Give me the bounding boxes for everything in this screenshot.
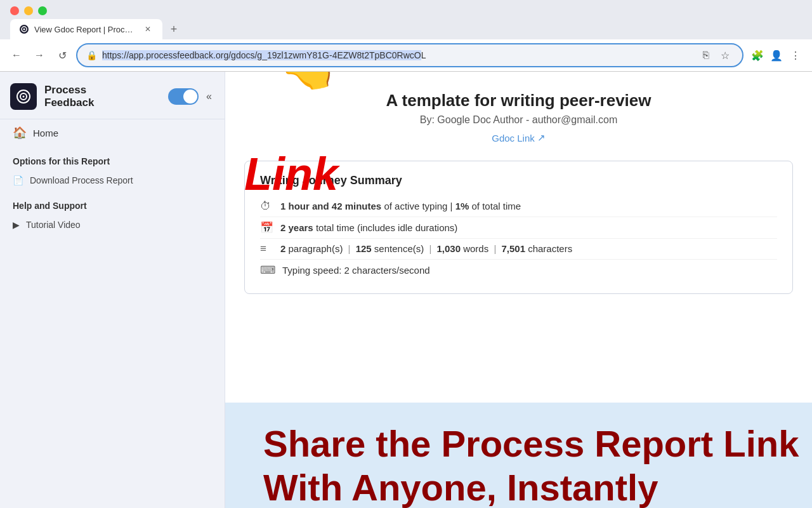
- content-wrapper: 👆 Link A template for writing peer-revie…: [225, 72, 812, 294]
- calendar-icon: 📅: [260, 221, 274, 234]
- gdoc-link[interactable]: Gdoc Link ↗: [492, 132, 546, 144]
- active-time-label: of active typing | 1% of total time: [384, 201, 521, 211]
- extensions-button[interactable]: 🧩: [749, 46, 766, 64]
- typing-speed-text: Typing speed: 2 characters/second: [282, 265, 430, 276]
- cast-button[interactable]: ⎘: [698, 47, 714, 64]
- promo-line2: With Anyone, Instantly: [263, 465, 812, 508]
- page-body: Process Feedback « 🏠 Home Options for th…: [0, 72, 812, 508]
- toolbar-actions: 🧩 👤 ⋮: [749, 46, 804, 64]
- sidebar-item-home[interactable]: 🏠 Home: [0, 119, 225, 146]
- total-time-label: total time (includes idle durations): [316, 222, 457, 233]
- tab-favicon: [19, 24, 29, 34]
- download-icon: 📄: [13, 175, 23, 185]
- profile-button[interactable]: 👤: [768, 46, 785, 64]
- text-lines-icon: ≡: [260, 243, 274, 255]
- home-icon: 🏠: [13, 126, 27, 140]
- url-text: https://app.processfeedback.org/gdocs/g_…: [102, 50, 693, 60]
- menu-button[interactable]: ⋮: [787, 46, 804, 64]
- promo-line1: Share the Process Report Link: [263, 422, 812, 466]
- svg-point-2: [23, 29, 25, 30]
- document-title: A template for writing peer-review: [251, 91, 787, 110]
- url-highlighted: https://app.processfeedback.org/gdocs/g_…: [102, 50, 421, 60]
- minimize-window-button[interactable]: [24, 6, 33, 15]
- tab-title: View Gdoc Report | Process F: [34, 25, 137, 34]
- promo-banner: Share the Process Report Link With Anyon…: [225, 403, 812, 508]
- sidebar-home-label: Home: [33, 128, 58, 138]
- options-section-title: Options for this Report: [0, 146, 225, 170]
- stat-row-counts: ≡ 2 paragraph(s) | 125 sentence(s) | 1,0…: [260, 239, 777, 260]
- svg-point-5: [23, 96, 25, 98]
- sidebar-item-download[interactable]: 📄 Download Process Report: [0, 170, 225, 190]
- document-header: A template for writing peer-review By: G…: [225, 72, 812, 154]
- theme-toggle[interactable]: [168, 88, 199, 105]
- url-rest: L: [421, 50, 426, 60]
- main-content: 👆 Link A template for writing peer-revie…: [225, 72, 812, 508]
- keyboard-icon: ⌨: [260, 264, 276, 277]
- maximize-window-button[interactable]: [38, 6, 47, 15]
- clock-icon: ⏱: [260, 200, 274, 213]
- sidebar-header: Process Feedback «: [0, 72, 225, 119]
- logo-text: Process Feedback: [44, 84, 94, 110]
- collapse-sidebar-button[interactable]: «: [204, 88, 214, 105]
- active-time-value: 1 hour and 42 minutes: [280, 201, 381, 211]
- back-button[interactable]: ←: [8, 46, 25, 64]
- logo-icon: [10, 83, 37, 110]
- document-author: By: Google Doc Author - author@gmail.com: [251, 114, 787, 126]
- bookmark-button[interactable]: ☆: [717, 47, 733, 64]
- forward-button[interactable]: →: [30, 46, 48, 64]
- browser-chrome: View Gdoc Report | Process F ✕ + ← → ↺ 🔒…: [0, 0, 812, 72]
- stat-row-speed: ⌨ Typing speed: 2 characters/second: [260, 260, 777, 281]
- toggle-knob: [183, 90, 197, 104]
- active-tab[interactable]: View Gdoc Report | Process F ✕: [10, 19, 162, 39]
- counts-text: 2 paragraph(s) | 125 sentence(s) | 1,030…: [280, 243, 572, 254]
- sidebar-download-label: Download Process Report: [30, 175, 133, 185]
- help-section-title: Help and Support: [0, 190, 225, 215]
- new-tab-button[interactable]: +: [165, 20, 183, 38]
- summary-card-title: Writing Journey Summary: [260, 174, 777, 187]
- stat-row-time: ⏱ 1 hour and 42 minutes of active typing…: [260, 196, 777, 217]
- traffic-lights: [0, 0, 812, 19]
- tutorial-icon: ▶: [13, 220, 20, 230]
- external-link-icon: ↗: [537, 132, 546, 144]
- address-bar[interactable]: 🔒 https://app.processfeedback.org/gdocs/…: [76, 43, 743, 67]
- summary-card: Writing Journey Summary ⏱ 1 hour and 42 …: [244, 161, 793, 294]
- address-bar-row: ← → ↺ 🔒 https://app.processfeedback.org/…: [0, 39, 812, 72]
- tab-close-button[interactable]: ✕: [142, 23, 154, 35]
- total-time-value: 2 years: [280, 222, 313, 233]
- address-bar-actions: ⎘ ☆: [698, 47, 733, 64]
- tab-bar: View Gdoc Report | Process F ✕ +: [0, 19, 812, 39]
- reload-button[interactable]: ↺: [53, 46, 71, 64]
- close-window-button[interactable]: [10, 6, 19, 15]
- sidebar-tutorial-label: Tutorial Video: [26, 220, 81, 230]
- sidebar-controls: «: [168, 88, 214, 105]
- sidebar: Process Feedback « 🏠 Home Options for th…: [0, 72, 225, 508]
- sidebar-item-tutorial[interactable]: ▶ Tutorial Video: [0, 215, 225, 235]
- site-security-icon: 🔒: [86, 50, 97, 60]
- stat-row-years: 📅 2 years total time (includes idle dura…: [260, 217, 777, 239]
